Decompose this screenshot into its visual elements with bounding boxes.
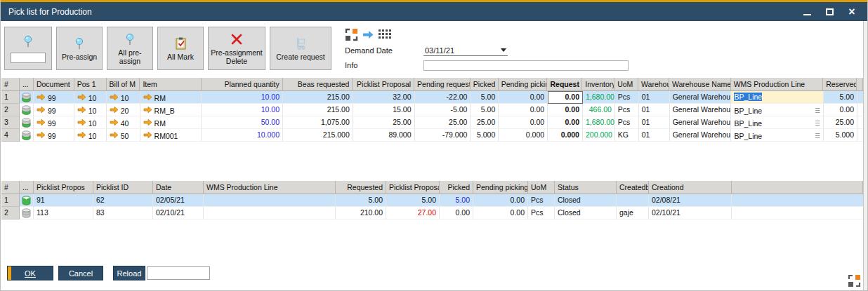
cell-bom[interactable]: 50 [121,132,129,140]
cell-request[interactable]: 0.000 [548,129,583,142]
link-arrow-icon[interactable] [143,106,152,115]
pre-assignment-delete-button[interactable]: Pre-assignment Delete [208,27,265,70]
cell-warehouse-name[interactable]: General Warehouse [670,91,732,104]
cell-beas-requested[interactable]: 215.000 [283,129,353,142]
choose-from-list-icon[interactable]: ☰ [815,107,820,114]
cancel-button[interactable]: Cancel [58,266,103,280]
create-request-button[interactable]: Create request [270,27,331,70]
info-input[interactable] [423,60,629,71]
cell-beas-requested[interactable]: 215.00 [283,104,353,116]
cell-picklist-id[interactable]: 83 [93,207,153,219]
reload-button[interactable]: Reload [113,266,145,280]
cell-picklist-id[interactable]: 62 [93,194,153,207]
cell-item[interactable]: RM_B [154,107,175,115]
cell-bom[interactable]: 10 [121,94,129,102]
cell-warehouse-name[interactable]: General Warehouse [670,104,732,116]
cell-pos[interactable]: 10 [88,119,97,128]
cell-planned-quantity[interactable]: 50.00 [202,116,283,129]
cell-pending-request[interactable]: -22.00 [415,91,471,104]
cell-planned-quantity[interactable]: 10.000 [202,129,283,142]
cell-pending-picking[interactable]: 0.000 [499,129,548,142]
cell-planned-quantity[interactable]: 10.00 [202,104,283,116]
cell-picked[interactable]: 25.00 [471,116,499,129]
link-arrow-icon[interactable] [110,106,119,115]
link-arrow-icon[interactable] [77,106,86,115]
cell-bom[interactable]: 20 [121,107,129,115]
cell-picked[interactable]: 5.00 [471,91,499,104]
cell-pending-picking[interactable]: 0.00 [473,207,528,219]
cell-wms-production-line[interactable]: BP_Line☰ [731,116,824,129]
maximize-icon[interactable] [824,6,835,18]
cell-creationdate[interactable]: 02/08/21 [649,194,732,207]
cell-reserved[interactable]: 5.000 [824,129,857,142]
all-mark-button[interactable]: All Mark [157,27,204,70]
ok-button[interactable]: OK [7,266,53,280]
cell-inventory[interactable]: 1,680.00 [583,91,615,104]
table-row[interactable]: 1 99 10 10 RM 10.00 215.00 32.00 -22.00 … [1,91,863,104]
cell-pos[interactable]: 10 [88,94,97,102]
cell-document[interactable]: 99 [48,132,56,140]
table-row[interactable]: 2 99 10 20 RM_B 10.00 215.00 15.00 -5.00… [1,104,863,116]
cell-request[interactable]: 0.00 [548,116,583,129]
table-row[interactable]: 2 113 83 02/10/21 210.00 27.00 0.00 0.00… [1,207,863,219]
link-arrow-icon[interactable] [77,131,86,140]
link-arrow-icon[interactable] [37,131,46,140]
pin-quantity-button[interactable] [4,27,52,70]
link-arrow-icon[interactable] [77,93,86,102]
row-number[interactable]: 4 [1,129,20,142]
link-arrow-icon[interactable] [37,119,46,128]
cell-beas-requested[interactable]: 1,075.00 [283,116,353,129]
cell-item[interactable]: RM001 [154,132,178,140]
cell-creationdate[interactable]: 02/10/21 [649,207,732,219]
choose-from-list-icon[interactable]: ☰ [815,120,820,127]
reload-filter-input[interactable] [147,266,210,280]
cell-wms-production-line-editing[interactable]: BP_Line [731,91,824,104]
cell-wms-production-line[interactable]: BP_Line☰ [731,104,824,116]
cell-pending-picking[interactable]: 0.00 [499,104,548,116]
link-arrow-icon[interactable] [37,93,46,102]
link-arrow-icon[interactable] [110,131,119,140]
cell-item[interactable]: RM [154,119,166,128]
link-arrow-icon[interactable] [77,119,86,128]
cell-wms-production-line[interactable]: BP_Line☰ [731,129,824,142]
pre-assign-button[interactable]: Pre-assign [56,27,103,70]
cell-picked[interactable]: 0.00 [440,207,473,219]
table-row[interactable]: 4 99 10 50 RM001 10.000 215.000 89.000 -… [1,129,863,142]
cell-picklist-proposal[interactable]: 89.000 [353,129,415,142]
link-arrow-icon[interactable] [143,93,152,102]
cell-wms-production-line[interactable] [204,207,336,219]
cell-reserved[interactable]: 0.00 [824,104,857,116]
cell-document[interactable]: 99 [48,119,56,128]
all-pre-assign-button[interactable]: All pre-assign [107,27,153,70]
cell-picked[interactable]: 5.00 [440,194,473,207]
cell-pos[interactable]: 10 [88,107,97,115]
table-row[interactable]: 3 99 10 40 RM 50.00 1,075.00 25.00 25.00… [1,116,863,129]
cell-picked[interactable]: 5.000 [471,129,499,142]
cell-picklist-proposal[interactable]: 15.00 [353,104,415,116]
cell-createdby[interactable] [617,194,649,207]
pin-quantity-input[interactable] [11,53,46,63]
cell-warehouse-name[interactable]: General Warehouse [670,129,732,142]
cell-pending-request[interactable]: 25.00 [415,116,471,129]
row-number[interactable]: 3 [1,116,20,129]
cell-requested[interactable]: 5.00 [336,194,386,207]
cell-beas-requested[interactable]: 215.00 [283,91,353,104]
cell-uom[interactable]: Pcs [528,194,555,207]
cell-reserved[interactable]: 5.00 [824,91,857,104]
table-row[interactable]: 1 91 62 02/05/21 5.00 5.00 5.00 0.00 Pcs… [1,194,863,207]
minimize-icon[interactable] [801,6,813,18]
link-arrow-icon[interactable] [143,119,152,128]
choose-from-list-icon[interactable]: ☰ [815,133,820,140]
cell-picklist-proposal[interactable]: 27.00 [386,207,440,219]
cell-inventory[interactable]: 1,680.00 [583,116,615,129]
cell-reserved[interactable]: 25.00 [824,116,857,129]
cell-picklist-proposal[interactable]: 25.00 [353,116,415,129]
cell-warehouse[interactable]: 01 [639,104,670,116]
link-arrow-icon[interactable] [143,131,152,140]
cell-picklist-proposal-no[interactable]: 91 [34,194,93,207]
cell-status[interactable]: Closed [555,194,617,207]
cell-warehouse[interactable]: 01 [639,116,670,129]
matrix-grid-icon[interactable] [379,29,391,41]
link-arrow-icon[interactable] [110,93,119,102]
row-number[interactable]: 1 [1,91,20,104]
